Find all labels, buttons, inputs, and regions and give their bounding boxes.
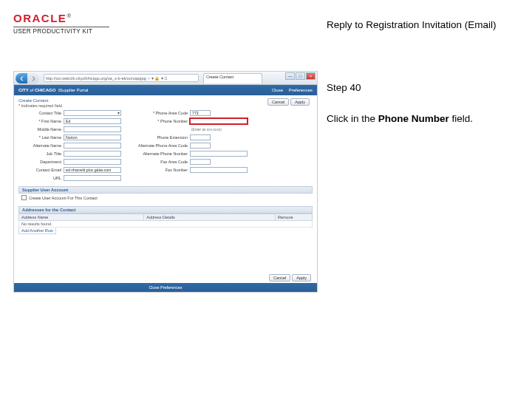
email-input[interactable]: ed.nhanwilr.plus.gdaa.com [64,167,121,173]
link-preferences[interactable]: Preferences [289,88,313,92]
th-address-details: Address Details [144,214,276,221]
lbl-alt-area: Alternate Phone Area Code [130,143,188,148]
middle-name-input[interactable] [64,126,121,132]
lbl-url: URL [18,176,61,180]
create-user-label: Create User Account For This Contact [29,196,98,200]
page-title: Reply to Registration Invitation (Email) [327,19,497,30]
lbl-alt-phone: Alternate Phone Number [130,151,188,156]
create-user-checkbox[interactable] [21,195,27,200]
table-empty: No results found. [19,221,313,228]
page-content: Create Contact * Indicates required fiel… [14,95,317,234]
step-label: Step 40 [327,82,361,93]
oracle-logo: ORACLE® USER PRODUCTIVITY KIT [13,12,109,35]
header-links: Close Preferences [267,88,313,92]
logo-brand: ORACLE [13,12,66,24]
app-header: CITY of CHICAGO iSupplier Portal Close P… [14,85,317,95]
footer-links: Close Preferences [149,284,182,292]
alt-area-input[interactable] [190,143,211,149]
lbl-job-title: Job Title [18,151,61,156]
embedded-screenshot: http://oci.webcib.cityofchicago.org/oa_s… [13,71,318,293]
phone-number-input[interactable] [190,118,248,124]
back-button[interactable] [16,73,27,83]
form-grid: Contact Title * First NameEd Middle Name… [18,109,313,182]
lbl-last-name: * Last Name [18,135,61,140]
fax-input[interactable] [190,167,248,173]
first-name-input[interactable]: Ed [64,118,121,124]
brand-of: of [30,88,33,92]
area-code-input[interactable]: 773 [190,110,211,116]
alt-name-input[interactable] [64,143,121,149]
phone-hint: (Enter as xxx-xxxx) [191,128,222,132]
footer-apply-button[interactable]: Apply [292,274,311,282]
alt-phone-input[interactable] [190,151,248,157]
form-col-left: Contact Title * First NameEd Middle Name… [18,109,121,182]
instr-pre: Click in the [327,113,378,124]
browser-chrome: http://oci.webcib.cityofchicago.org/oa_s… [14,72,317,85]
lbl-contact-title: Contact Title [18,111,61,115]
lbl-fax: Fax Number [130,168,188,172]
fax-area-input[interactable] [190,159,211,165]
address-bar[interactable]: http://oci.webcib.cityofchicago.org/oa_s… [44,74,199,82]
footer-buttons: Cancel Apply [269,274,311,282]
lbl-email: Contact Email [18,168,61,172]
footer-cancel-button[interactable]: Cancel [269,274,290,282]
app-brand: CITY of CHICAGO iSupplier Portal [18,88,88,92]
apply-button[interactable]: Apply [290,98,310,106]
department-input[interactable] [64,159,121,165]
lbl-ext: Phone Extension [130,135,188,140]
lbl-alt-name: Alternate Name [18,143,61,148]
section-addresses: Addresses for the Contact [18,206,313,214]
add-another-row[interactable]: Add Another Row [18,228,56,234]
contact-title-select[interactable] [64,110,121,116]
url-input[interactable] [64,175,121,181]
cancel-button[interactable]: Cancel [267,98,289,106]
logo-subtitle: USER PRODUCTIVITY KIT [13,28,109,35]
lbl-first-name: * First Name [18,119,61,123]
lbl-phone: * Phone Number [130,119,188,123]
maximize-button[interactable]: □ [296,72,305,80]
nav-arrows [16,73,39,83]
lbl-fax-area: Fax Area Code [130,160,188,164]
phone-ext-input[interactable] [190,134,211,140]
logo-registered: ® [66,13,71,19]
lbl-middle-name: Middle Name [18,127,61,132]
form-col-right: * Phone Area Code773 * Phone Number (Ent… [130,109,248,182]
instruction-text: Click in the Phone Number field. [327,113,473,124]
th-remove: Remove [276,214,313,221]
minimize-button[interactable]: — [285,72,295,80]
section-user-account: Supplier User Account [18,186,313,194]
logo-divider [13,27,109,27]
brand-chicago: CHICAGO [35,88,55,92]
forward-button[interactable] [27,73,39,83]
top-buttons: Cancel Apply [267,98,310,106]
portal-name: iSupplier Portal [58,88,89,92]
create-user-row: Create User Account For This Contact [18,194,313,202]
job-title-input[interactable] [64,151,121,157]
close-button[interactable]: × [306,72,316,80]
link-close[interactable]: Close [272,88,283,92]
instr-post: field. [449,113,473,124]
lbl-area-code: * Phone Area Code [130,111,188,115]
addresses-table: Address Name Address Details Remove No r… [18,214,313,228]
last-name-input[interactable]: Norton [64,134,121,140]
browser-tab[interactable]: Create Contact [203,73,262,83]
instr-bold: Phone Number [378,113,449,124]
th-address-name: Address Name [19,214,144,221]
lbl-department: Department [18,160,61,164]
window-controls: — □ × [285,72,316,80]
brand-city: CITY [18,88,29,92]
